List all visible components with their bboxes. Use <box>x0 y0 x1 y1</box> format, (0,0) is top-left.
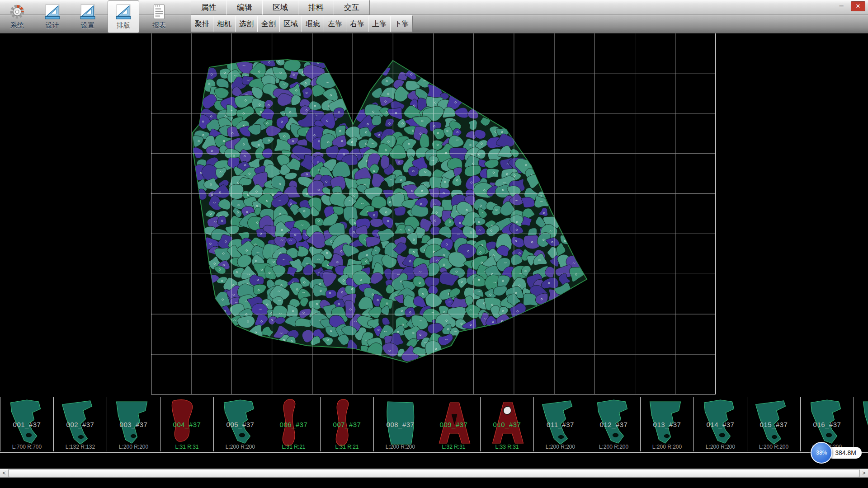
piece-thumbnail-shape <box>107 397 160 451</box>
tab-edit[interactable]: 编辑 <box>226 0 263 15</box>
nav-design[interactable]: 设计 <box>37 1 68 33</box>
scroll-left-arrow[interactable]: < <box>0 469 9 477</box>
piece-thumbnail-shape <box>641 397 693 451</box>
piece-thumbnail[interactable]: 005_#37L:200 R:200 <box>214 397 267 451</box>
piece-thumbnail[interactable]: 002_#37L:132 R:132 <box>54 397 107 451</box>
scroll-right-arrow[interactable]: > <box>859 469 868 477</box>
align-right-button[interactable]: 右靠 <box>346 15 368 32</box>
piece-thumbnail-shape <box>54 397 107 451</box>
progress-indicator: 38% <box>811 442 832 464</box>
horizontal-scrollbar[interactable]: < > <box>0 469 868 478</box>
piece-thumbnail-shape <box>481 397 533 451</box>
region-button[interactable]: 区域 <box>279 15 302 32</box>
piece-thumbnail-shape <box>321 397 373 451</box>
piece-thumbnail[interactable]: 009_#37L:32 R:31 <box>427 397 481 451</box>
nav-system-label: 系统 <box>10 21 24 30</box>
nesting-svg[interactable] <box>151 33 716 394</box>
nesting-canvas[interactable] <box>0 33 868 394</box>
tab-nesting[interactable]: 排料 <box>298 0 334 15</box>
close-button[interactable]: ✕ <box>851 1 865 11</box>
align-left-button[interactable]: 左靠 <box>324 15 346 32</box>
piece-thumbnail-shape <box>747 397 800 451</box>
piece-thumbnail[interactable]: 004_#37L:31 R:31 <box>160 397 214 451</box>
cut-all-button[interactable]: 全割 <box>257 15 280 32</box>
piece-thumbnail[interactable]: 010_#37L:33 R:31 <box>481 397 534 451</box>
piece-thumbnail-shape <box>587 397 640 451</box>
piece-thumbnail[interactable]: 001_#37L:700 R:700 <box>0 397 54 451</box>
nav-settings[interactable]: 设置 <box>72 1 103 33</box>
tab-properties[interactable]: 属性 <box>191 0 227 15</box>
piece-thumbnail-shape <box>0 397 53 451</box>
pieces-panel: 001_#37L:700 R:700002_#37L:132 R:132003_… <box>0 397 868 453</box>
scrollbar-thumb[interactable] <box>9 469 859 477</box>
ruler-icon <box>44 3 61 20</box>
defect-button[interactable]: 瑕疵 <box>302 15 324 32</box>
menu-block: 属性编辑区域排料交互 聚排相机选割全割区域瑕疵左靠右靠上靠下靠 <box>191 0 412 33</box>
memory-status: 38% 384.8M <box>811 442 862 464</box>
action-button-bar: 聚排相机选割全割区域瑕疵左靠右靠上靠下靠 <box>191 15 412 33</box>
nav-design-label: 设计 <box>46 21 59 30</box>
piece-thumbnail-shape <box>214 397 267 451</box>
piece-thumbnail[interactable]: 013_#37L:200 R:200 <box>641 397 694 451</box>
piece-thumbnail-shape <box>534 397 587 451</box>
menu-tab-bar: 属性编辑区域排料交互 <box>191 0 412 14</box>
nav-nesting-label: 排版 <box>117 21 130 30</box>
piece-thumbnail-shape <box>427 397 480 451</box>
piece-thumbnail[interactable]: 012_#37L:200 R:200 <box>587 397 641 451</box>
piece-thumbnail[interactable]: 006_#37L:31 R:21 <box>267 397 321 451</box>
nav-nesting[interactable]: 排版 <box>108 0 139 33</box>
piece-thumbnail[interactable]: 007_#37L:31 R:21 <box>321 397 374 451</box>
cluster-nest-button[interactable]: 聚排 <box>191 15 213 32</box>
piece-thumbnail[interactable]: 015_#37L:200 R:200 <box>747 397 801 451</box>
piece-thumbnail[interactable]: 003_#37L:200 R:200 <box>107 397 160 451</box>
report-icon <box>151 3 168 20</box>
minimize-button[interactable]: ─ <box>835 1 848 10</box>
align-bottom-button[interactable]: 下靠 <box>390 15 413 32</box>
piece-thumbnail-shape <box>694 397 747 451</box>
nav-report-label: 报表 <box>152 21 166 30</box>
align-top-button[interactable]: 上靠 <box>368 15 391 32</box>
nav-system[interactable]: 系统 <box>2 1 33 33</box>
piece-thumbnail[interactable]: 014_#37L:200 R:200 <box>694 397 747 451</box>
piece-thumbnail-shape <box>267 397 320 451</box>
window-controls: ─ ✕ <box>835 1 865 11</box>
piece-thumbnail-shape <box>160 397 213 451</box>
main-toolbar: 系统设计设置排版报表 属性编辑区域排料交互 聚排相机选割全割区域瑕疵左靠右靠上靠… <box>0 0 868 33</box>
ruler-icon <box>115 3 132 20</box>
ruler-icon <box>79 3 96 20</box>
piece-thumbnail[interactable]: 008_#37L:200 R:200 <box>374 397 427 451</box>
nav-report[interactable]: 报表 <box>144 1 175 33</box>
gear-icon <box>9 3 26 20</box>
nav-settings-label: 设置 <box>81 21 94 30</box>
app-window: 系统设计设置排版报表 属性编辑区域排料交互 聚排相机选割全割区域瑕疵左靠右靠上靠… <box>0 0 868 488</box>
select-cut-button[interactable]: 选割 <box>235 15 258 32</box>
tab-interact[interactable]: 交互 <box>334 0 370 15</box>
piece-thumbnail[interactable]: 011_#37L:200 R:200 <box>534 397 587 451</box>
camera-button[interactable]: 相机 <box>213 15 236 32</box>
tab-region[interactable]: 区域 <box>262 0 298 15</box>
piece-thumbnail-shape <box>374 397 427 451</box>
nav-icon-bar: 系统设计设置排版报表 <box>2 0 175 33</box>
